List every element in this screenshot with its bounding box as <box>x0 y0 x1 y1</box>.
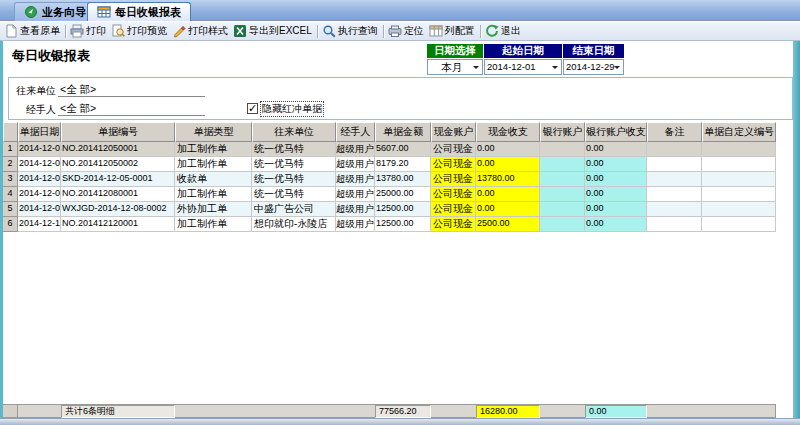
cell-bank_account[interactable] <box>540 217 585 232</box>
cell-cash_account[interactable]: 公司现金 <box>431 217 476 232</box>
cell-note[interactable] <box>647 202 702 217</box>
toolbar-button-column-config[interactable]: 列配置 <box>427 23 478 40</box>
table-row[interactable]: 32014-12-05SKD-2014-12-05-0001收款单统一优马特超级… <box>3 172 776 187</box>
cell-handler[interactable]: 超级用户 <box>336 157 375 172</box>
toolbar-button-export-excel[interactable]: 导出到EXCEL <box>231 23 315 40</box>
toolbar-button-print-style[interactable]: 打印样式 <box>170 23 231 40</box>
hide-voided-checkbox[interactable] <box>247 103 258 114</box>
table-row[interactable]: 12014-12-05NO.201412050001加工制作单统一优马特超级用户… <box>3 142 776 157</box>
cell-handler[interactable]: 超级用户 <box>336 142 375 157</box>
filter-panel <box>8 77 793 120</box>
cell-no[interactable]: NO.201412120001 <box>61 217 175 232</box>
cell-amount[interactable]: 25000.00 <box>375 187 431 202</box>
cell-custom_no[interactable] <box>702 202 776 217</box>
cell-type[interactable]: 加工制作单 <box>175 157 252 172</box>
cell-cash_amount[interactable]: 2500.00 <box>476 217 540 232</box>
cell-amount[interactable]: 5607.00 <box>375 142 431 157</box>
cell-no[interactable]: NO.201412050001 <box>61 142 175 157</box>
cell-note[interactable] <box>647 157 702 172</box>
toolbar-button-print-preview[interactable]: 打印预览 <box>109 23 170 40</box>
cell-cash_account[interactable]: 公司现金 <box>431 187 476 202</box>
cell-date[interactable]: 2014-12-05 <box>18 157 61 172</box>
cell-type[interactable]: 加工制作单 <box>175 187 252 202</box>
cell-bank_amount[interactable]: 0.00 <box>585 202 647 217</box>
cell-cash_account[interactable]: 公司现金 <box>431 172 476 187</box>
cell-unit[interactable]: 统一优马特 <box>252 157 336 172</box>
cell-custom_no[interactable] <box>702 157 776 172</box>
chevron-down-icon[interactable] <box>614 66 620 72</box>
cell-cash_account[interactable]: 公司现金 <box>431 157 476 172</box>
cell-note[interactable] <box>647 172 702 187</box>
cell-amount[interactable]: 8179.20 <box>375 157 431 172</box>
table-row[interactable]: 42014-12-08NO.201412080001加工制作单统一优马特超级用户… <box>3 187 776 202</box>
cell-type[interactable]: 加工制作单 <box>175 217 252 232</box>
cell-custom_no[interactable] <box>702 142 776 157</box>
cell-handler[interactable]: 超级用户 <box>336 202 375 217</box>
cell-cash_amount[interactable]: 13780.00 <box>476 172 540 187</box>
table-row[interactable]: 52014-12-08WXJGD-2014-12-08-0002外协加工单中盛广… <box>3 202 776 217</box>
cell-note[interactable] <box>647 217 702 232</box>
cell-cash_amount[interactable]: 0.00 <box>476 187 540 202</box>
cell-bank_account[interactable] <box>540 187 585 202</box>
cell-amount[interactable]: 12500.00 <box>375 202 431 217</box>
toolbar-button-view-original[interactable]: 查看原单 <box>2 23 63 40</box>
cell-amount[interactable]: 12500.00 <box>375 217 431 232</box>
cell-cash_account[interactable]: 公司现金 <box>431 202 476 217</box>
toolbar-button-run-query[interactable]: 执行查询 <box>320 23 381 40</box>
cell-cash_amount[interactable]: 0.00 <box>476 157 540 172</box>
table-row[interactable]: 62014-12-12NO.201412120001加工制作单想印就印-永陵店超… <box>3 217 776 232</box>
cell-bank_amount[interactable]: 0.00 <box>585 157 647 172</box>
cell-unit[interactable]: 统一优马特 <box>252 187 336 202</box>
cell-bank_amount[interactable]: 0.00 <box>585 172 647 187</box>
table-row[interactable]: 22014-12-05NO.201412050002加工制作单统一优马特超级用户… <box>3 157 776 172</box>
partner-field[interactable]: <全 部> <box>60 83 96 97</box>
cell-no[interactable]: WXJGD-2014-12-08-0002 <box>61 202 175 217</box>
cell-unit[interactable]: 统一优马特 <box>252 142 336 157</box>
cell-custom_no[interactable] <box>702 187 776 202</box>
cell-date[interactable]: 2014-12-12 <box>18 217 61 232</box>
cell-bank_account[interactable] <box>540 202 585 217</box>
cell-no[interactable]: SKD-2014-12-05-0001 <box>61 172 175 187</box>
tab-business-wizard[interactable]: 业务向导 <box>14 2 96 21</box>
cell-type[interactable]: 收款单 <box>175 172 252 187</box>
cell-bank_account[interactable] <box>540 172 585 187</box>
cell-note[interactable] <box>647 187 702 202</box>
cell-date[interactable]: 2014-12-08 <box>18 202 61 217</box>
cell-bank_account[interactable] <box>540 157 585 172</box>
cell-unit[interactable]: 想印就印-永陵店 <box>252 217 336 232</box>
cell-custom_no[interactable] <box>702 172 776 187</box>
chevron-down-icon[interactable] <box>473 66 479 72</box>
cell-unit[interactable]: 统一优马特 <box>252 172 336 187</box>
cell-date[interactable]: 2014-12-05 <box>18 142 61 157</box>
cell-type[interactable]: 外协加工单 <box>175 202 252 217</box>
cell-date[interactable]: 2014-12-05 <box>18 172 61 187</box>
end-date-dropdown[interactable]: 2014-12-29 <box>563 59 624 75</box>
cell-bank_amount[interactable]: 0.00 <box>585 217 647 232</box>
cell-handler[interactable]: 超级用户 <box>336 217 375 232</box>
toolbar-button-exit[interactable]: 退出 <box>483 23 524 40</box>
cell-handler[interactable]: 超级用户 <box>336 187 375 202</box>
cell-bank_account[interactable] <box>540 142 585 157</box>
cell-handler[interactable]: 超级用户 <box>336 172 375 187</box>
cell-cash_account[interactable]: 公司现金 <box>431 142 476 157</box>
cell-date[interactable]: 2014-12-08 <box>18 187 61 202</box>
cell-no[interactable]: NO.201412050002 <box>61 157 175 172</box>
toolbar-button-print[interactable]: 打印 <box>68 23 109 40</box>
chevron-down-icon[interactable] <box>552 66 558 72</box>
cell-cash_amount[interactable]: 0.00 <box>476 142 540 157</box>
cell-note[interactable] <box>647 142 702 157</box>
date-mode-dropdown[interactable]: 本月 <box>427 59 483 75</box>
row-number: 1 <box>3 142 18 157</box>
cell-amount[interactable]: 13780.00 <box>375 172 431 187</box>
start-date-dropdown[interactable]: 2014-12-01 <box>484 59 562 75</box>
toolbar-button-locate[interactable]: 定位 <box>386 23 427 40</box>
handler-field[interactable]: <全 部> <box>60 102 96 116</box>
cell-no[interactable]: NO.201412080001 <box>61 187 175 202</box>
cell-bank_amount[interactable]: 0.00 <box>585 142 647 157</box>
cell-unit[interactable]: 中盛广告公司 <box>252 202 336 217</box>
tab-daily-cash-report[interactable]: 每日收银报表 <box>87 2 191 21</box>
cell-custom_no[interactable] <box>702 217 776 232</box>
cell-cash_amount[interactable]: 0.00 <box>476 202 540 217</box>
cell-bank_amount[interactable]: 0.00 <box>585 187 647 202</box>
cell-type[interactable]: 加工制作单 <box>175 142 252 157</box>
